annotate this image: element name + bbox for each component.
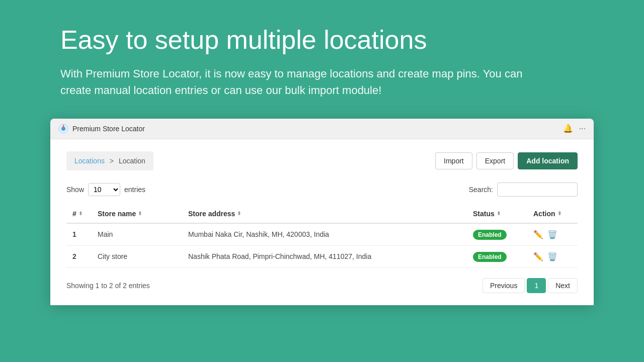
row-action: ✏️ 🗑️ xyxy=(527,245,578,267)
col-header-store-name: Store name ⬍ xyxy=(92,205,182,223)
sort-icon-store-address: ⬍ xyxy=(237,211,241,216)
table-footer: Showing 1 to 2 of 2 entries Previous 1 N… xyxy=(66,278,578,293)
sort-icon-status: ⬍ xyxy=(497,211,501,216)
hero-title: Easy to setup multiple locations xyxy=(60,25,584,55)
row-num: 1 xyxy=(66,223,92,246)
search-label: Search: xyxy=(469,186,493,194)
locations-table: # ⬍ Store name ⬍ Store address ⬍ xyxy=(66,205,578,268)
sort-icon-num: ⬍ xyxy=(78,211,83,216)
titlebar-left: Premium Store Locator xyxy=(58,124,145,134)
status-badge: Enabled xyxy=(473,230,507,240)
search-input[interactable] xyxy=(497,183,578,197)
entries-label: entries xyxy=(124,186,145,194)
previous-button[interactable]: Previous xyxy=(482,278,525,293)
delete-icon[interactable]: 🗑️ xyxy=(547,230,557,239)
next-button[interactable]: Next xyxy=(548,278,578,293)
status-badge: Enabled xyxy=(473,252,507,262)
add-location-button[interactable]: Add location xyxy=(518,152,578,169)
search-bar: Search: xyxy=(469,183,578,197)
hero-section: Easy to setup multiple locations With Pr… xyxy=(0,0,644,119)
col-header-action: Action ⬍ xyxy=(527,205,578,223)
col-header-status: Status ⬍ xyxy=(467,205,527,223)
col-header-store-address: Store address ⬍ xyxy=(182,205,467,223)
action-icons: ✏️ 🗑️ xyxy=(533,252,572,261)
breadcrumb-current: Location xyxy=(119,157,145,165)
show-label: Show xyxy=(66,186,84,194)
sort-icon-store-name: ⬍ xyxy=(138,211,142,216)
delete-icon[interactable]: 🗑️ xyxy=(547,252,557,261)
row-status: Enabled xyxy=(467,245,527,267)
row-store-address: Nashik Phata Road, Pimpri-Chinchwad, MH,… xyxy=(182,245,467,267)
breadcrumb-container: Locations > Location xyxy=(66,151,153,170)
more-icon[interactable]: ··· xyxy=(579,124,586,133)
row-action: ✏️ 🗑️ xyxy=(527,223,578,246)
app-icon xyxy=(58,124,68,134)
row-store-name: Main xyxy=(92,223,182,246)
row-num: 2 xyxy=(66,245,92,267)
entries-select[interactable]: 10 25 50 xyxy=(88,183,120,196)
table-controls: Show 10 25 50 entries Search: xyxy=(66,183,578,197)
table-header: # ⬍ Store name ⬍ Store address ⬍ xyxy=(66,205,578,223)
edit-icon[interactable]: ✏️ xyxy=(533,252,543,261)
table-row: 1 Main Mumbai Naka Cir, Nashik, MH, 4200… xyxy=(66,223,578,246)
row-store-address: Mumbai Naka Cir, Nashik, MH, 420003, Ind… xyxy=(182,223,467,246)
breadcrumb: Locations > Location xyxy=(74,157,145,165)
main-content: Locations > Location Import Export Add l… xyxy=(50,139,594,305)
edit-icon[interactable]: ✏️ xyxy=(533,230,543,239)
action-icons: ✏️ 🗑️ xyxy=(533,230,572,239)
row-status: Enabled xyxy=(467,223,527,246)
breadcrumb-separator: > xyxy=(110,157,114,165)
hero-subtitle: With Premium Store Locator, it is now ea… xyxy=(60,65,553,99)
top-bar: Locations > Location Import Export Add l… xyxy=(66,151,578,170)
sort-icon-action: ⬍ xyxy=(557,211,561,216)
table-row: 2 City store Nashik Phata Road, Pimpri-C… xyxy=(66,245,578,267)
showing-text: Showing 1 to 2 of 2 entries xyxy=(66,282,150,290)
app-window: Premium Store Locator 🔔 ··· Locations > … xyxy=(50,119,594,305)
table-body: 1 Main Mumbai Naka Cir, Nashik, MH, 4200… xyxy=(66,223,578,268)
page-1-button[interactable]: 1 xyxy=(527,278,546,293)
row-store-name: City store xyxy=(92,245,182,267)
import-button[interactable]: Import xyxy=(435,152,472,169)
pagination: Previous 1 Next xyxy=(482,278,578,293)
action-buttons: Import Export Add location xyxy=(435,152,578,169)
show-entries: Show 10 25 50 entries xyxy=(66,183,145,196)
titlebar-title: Premium Store Locator xyxy=(72,125,145,133)
titlebar: Premium Store Locator 🔔 ··· xyxy=(50,119,594,139)
bell-icon[interactable]: 🔔 xyxy=(563,124,573,133)
export-button[interactable]: Export xyxy=(476,152,514,169)
titlebar-actions: 🔔 ··· xyxy=(563,124,586,133)
col-header-num: # ⬍ xyxy=(66,205,92,223)
breadcrumb-link-locations[interactable]: Locations xyxy=(74,157,105,165)
